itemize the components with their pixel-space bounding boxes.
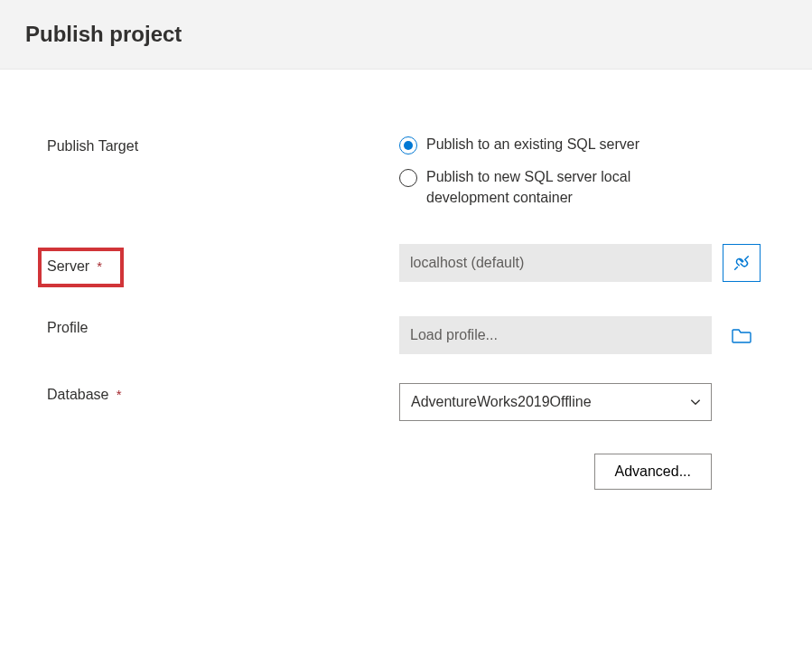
radio-icon	[399, 136, 417, 154]
database-value: AdventureWorks2019Offline	[411, 394, 592, 410]
radio-icon	[399, 169, 417, 187]
publish-target-radio-group: Publish to an existing SQL server Publis…	[399, 135, 715, 208]
required-asterisk: *	[117, 387, 122, 402]
database-select[interactable]: AdventureWorks2019Offline	[399, 383, 712, 421]
plug-icon	[732, 253, 751, 273]
row-profile: Profile	[47, 316, 765, 354]
server-input[interactable]	[399, 244, 712, 282]
radio-label: Publish to new SQL server local developm…	[426, 167, 715, 208]
dialog-header: Publish project	[0, 0, 812, 70]
required-asterisk: *	[97, 258, 102, 274]
browse-profile-button[interactable]	[723, 316, 761, 354]
chevron-down-icon	[689, 396, 702, 408]
folder-icon	[731, 325, 752, 345]
profile-input[interactable]	[399, 316, 712, 354]
radio-new-container[interactable]: Publish to new SQL server local developm…	[399, 167, 715, 208]
label-database: Database	[47, 387, 109, 402]
page-title: Publish project	[25, 22, 787, 47]
connect-server-button[interactable]	[723, 244, 761, 282]
label-publish-target: Publish Target	[47, 138, 138, 154]
label-server: Server	[47, 258, 89, 274]
radio-label: Publish to an existing SQL server	[426, 135, 639, 154]
label-profile: Profile	[47, 320, 88, 335]
row-publish-target: Publish Target Publish to an existing SQ…	[47, 135, 765, 208]
row-server: Server *	[47, 244, 765, 287]
radio-existing-server[interactable]: Publish to an existing SQL server	[399, 135, 715, 154]
server-highlight: Server *	[38, 248, 124, 287]
dialog-content: Publish Target Publish to an existing SQ…	[0, 70, 812, 490]
row-advanced: Advanced...	[47, 443, 765, 490]
row-database: Database * AdventureWorks2019Offline	[47, 383, 765, 421]
advanced-button[interactable]: Advanced...	[594, 454, 713, 490]
